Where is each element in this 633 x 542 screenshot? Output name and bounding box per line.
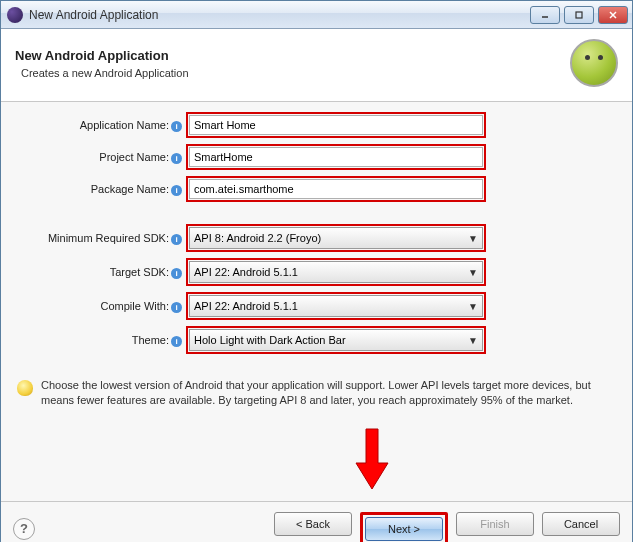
- dialog-window: New Android Application New Android Appl…: [0, 0, 633, 542]
- hint-text: Choose the lowest version of Android tha…: [41, 378, 616, 409]
- minimize-button[interactable]: [530, 6, 560, 24]
- label-project-name: Project Name:i: [11, 151, 186, 164]
- label-compile-with: Compile With:i: [11, 300, 186, 313]
- label-target-sdk: Target SDK:i: [11, 266, 186, 279]
- svg-rect-1: [576, 12, 582, 18]
- label-app-name: Application Name:i: [11, 119, 186, 132]
- window-title: New Android Application: [29, 8, 530, 22]
- project-name-input[interactable]: [189, 147, 483, 167]
- finish-button: Finish: [456, 512, 534, 536]
- label-min-sdk: Minimum Required SDK:i: [11, 232, 186, 245]
- label-theme: Theme:i: [11, 334, 186, 347]
- compile-with-combo[interactable]: API 22: Android 5.1.1▼: [189, 295, 483, 317]
- chevron-down-icon: ▼: [468, 301, 478, 312]
- highlight-target-sdk: API 22: Android 5.1.1▼: [186, 258, 486, 286]
- application-name-input[interactable]: [189, 115, 483, 135]
- next-button[interactable]: Next >: [365, 517, 443, 541]
- back-button[interactable]: < Back: [274, 512, 352, 536]
- highlight-next: Next >: [360, 512, 448, 542]
- label-package-name: Package Name:i: [11, 183, 186, 196]
- page-subtitle: Creates a new Android Application: [21, 67, 570, 79]
- close-button[interactable]: [598, 6, 628, 24]
- package-name-input[interactable]: [189, 179, 483, 199]
- chevron-down-icon: ▼: [468, 335, 478, 346]
- highlight-project-name: [186, 144, 486, 170]
- min-sdk-combo[interactable]: API 8: Android 2.2 (Froyo)▼: [189, 227, 483, 249]
- target-sdk-combo[interactable]: API 22: Android 5.1.1▼: [189, 261, 483, 283]
- highlight-theme: Holo Light with Dark Action Bar▼: [186, 326, 486, 354]
- titlebar[interactable]: New Android Application: [1, 1, 632, 29]
- maximize-button[interactable]: [564, 6, 594, 24]
- info-icon[interactable]: i: [171, 336, 182, 347]
- highlight-compile-with: API 22: Android 5.1.1▼: [186, 292, 486, 320]
- info-icon[interactable]: i: [171, 153, 182, 164]
- android-icon: [570, 39, 618, 87]
- info-icon[interactable]: i: [171, 185, 182, 196]
- page-title: New Android Application: [15, 48, 570, 63]
- eclipse-icon: [7, 7, 23, 23]
- info-icon[interactable]: i: [171, 302, 182, 313]
- highlight-package-name: [186, 176, 486, 202]
- header-panel: New Android Application Creates a new An…: [1, 29, 632, 102]
- theme-combo[interactable]: Holo Light with Dark Action Bar▼: [189, 329, 483, 351]
- info-icon[interactable]: i: [171, 268, 182, 279]
- hint-box: Choose the lowest version of Android tha…: [11, 376, 622, 415]
- chevron-down-icon: ▼: [468, 267, 478, 278]
- chevron-down-icon: ▼: [468, 233, 478, 244]
- info-icon[interactable]: i: [171, 234, 182, 245]
- highlight-min-sdk: API 8: Android 2.2 (Froyo)▼: [186, 224, 486, 252]
- highlight-app-name: [186, 112, 486, 138]
- help-icon[interactable]: ?: [13, 518, 35, 540]
- annotation-arrow: [11, 415, 622, 495]
- lightbulb-icon: [17, 380, 33, 396]
- footer: ? < Back Next > Finish Cancel: [1, 501, 632, 542]
- form-area: Application Name:i Project Name:i Packag…: [1, 102, 632, 501]
- cancel-button[interactable]: Cancel: [542, 512, 620, 536]
- info-icon[interactable]: i: [171, 121, 182, 132]
